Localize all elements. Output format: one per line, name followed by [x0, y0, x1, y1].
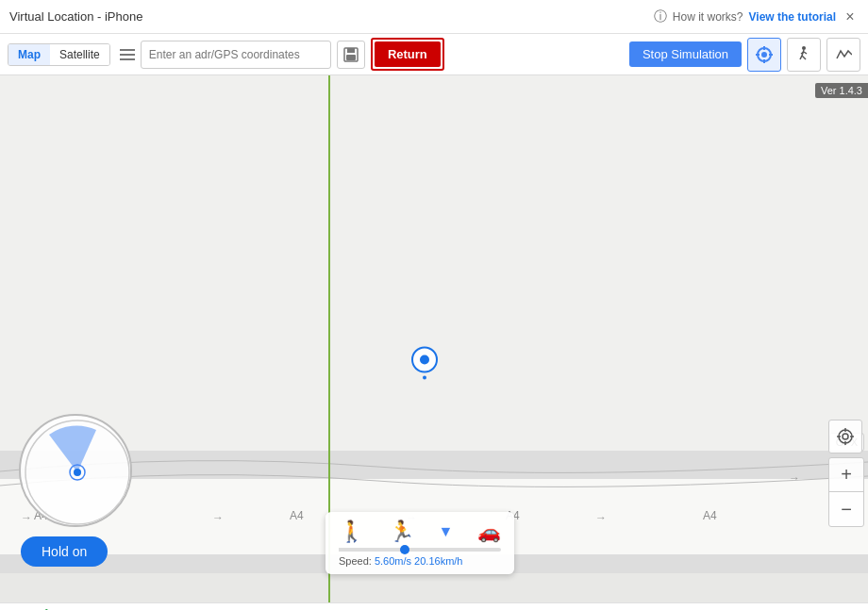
coordinate-input[interactable]	[141, 41, 331, 69]
title-bar-right: ⓘ How it works? View the tutorial ×	[654, 8, 859, 25]
tutorial-link[interactable]: View the tutorial	[749, 10, 836, 24]
car-icon: 🚗	[477, 520, 501, 543]
compass-svg	[21, 416, 132, 527]
speed-value: 5.60m/s 20.16km/h	[375, 555, 463, 567]
return-button-wrapper: Return	[371, 38, 444, 71]
right-panel: + −	[828, 420, 868, 527]
location-icon-button[interactable]	[747, 38, 781, 72]
svg-point-21	[839, 430, 852, 443]
pin-inner	[420, 355, 429, 365]
help-icon: ⓘ	[654, 8, 667, 25]
speed-text: Speed: 5.60m/s 20.16km/h	[339, 555, 501, 567]
run-icon: 🏃	[389, 519, 414, 544]
map-type-group: Map Satellite	[8, 43, 110, 66]
speed-widget: 🚶 🏃 ▼ 🚗 Speed: 5.60m/s 20.16km/h	[326, 512, 514, 574]
bottom-bar: Google Map data ©2018 Google 1 m Terms o…	[0, 602, 868, 610]
speed-slider-thumb	[400, 545, 409, 554]
map-tab[interactable]: Map	[8, 44, 50, 65]
compass-widget[interactable]	[19, 414, 132, 527]
satellite-tab[interactable]: Satellite	[50, 44, 109, 65]
compass-circle	[19, 414, 132, 527]
svg-line-17	[804, 52, 807, 54]
window-title: Virtual Location - iPhone	[9, 9, 142, 24]
map-upper-area	[0, 75, 868, 451]
svg-point-19	[74, 469, 81, 476]
return-button[interactable]: Return	[375, 41, 441, 67]
stop-simulation-button[interactable]: Stop Simulation	[629, 41, 742, 67]
target-icon-button[interactable]	[828, 420, 862, 453]
speed-slider[interactable]	[339, 548, 501, 552]
route-icon-button[interactable]	[826, 38, 860, 72]
road-label-a4-4: A4	[703, 509, 717, 522]
pin-dot	[423, 376, 426, 380]
speed-label: Speed:	[339, 555, 372, 567]
location-pin	[411, 347, 438, 380]
walk-mode-icon-button[interactable]	[787, 38, 821, 72]
pin-outer	[411, 347, 438, 373]
save-button[interactable]	[337, 41, 365, 69]
title-bar-left: Virtual Location - iPhone	[9, 9, 142, 24]
map-container[interactable]: → A4 → A4 → A4 → A4 → Ver 1.4.3 Hold on …	[0, 75, 868, 602]
speed-icons: 🚶 🏃 ▼ 🚗	[339, 519, 501, 544]
zoom-group: + −	[828, 457, 864, 527]
zoom-in-button[interactable]: +	[829, 458, 863, 492]
road-grass	[0, 573, 868, 602]
svg-line-15	[802, 56, 806, 59]
close-button[interactable]: ×	[842, 8, 859, 25]
svg-point-12	[802, 46, 806, 50]
svg-rect-1	[120, 54, 135, 56]
svg-rect-4	[347, 48, 355, 53]
svg-point-22	[843, 434, 848, 439]
toolbar: Map Satellite Return Stop Simulation	[0, 34, 868, 75]
version-label: Ver 1.4.3	[815, 83, 868, 98]
speed-slider-fill	[339, 548, 404, 552]
arrow-2: →	[212, 511, 224, 524]
help-text: How it works?	[673, 10, 743, 24]
svg-rect-5	[346, 55, 356, 60]
svg-rect-0	[120, 49, 135, 51]
list-icon[interactable]	[120, 49, 135, 60]
title-bar: Virtual Location - iPhone ⓘ How it works…	[0, 0, 868, 34]
arrow-4: →	[595, 511, 607, 524]
svg-rect-2	[120, 58, 135, 60]
google-logo: Google	[8, 606, 57, 610]
slider-thumb-indicator: ▼	[438, 523, 453, 540]
hold-on-button[interactable]: Hold on	[21, 536, 108, 567]
walk-icon: 🚶	[339, 519, 364, 544]
svg-point-7	[761, 52, 767, 58]
road-label-a4-2: A4	[290, 509, 304, 522]
zoom-out-button[interactable]: −	[829, 492, 863, 526]
arrow-5: →	[789, 471, 800, 485]
